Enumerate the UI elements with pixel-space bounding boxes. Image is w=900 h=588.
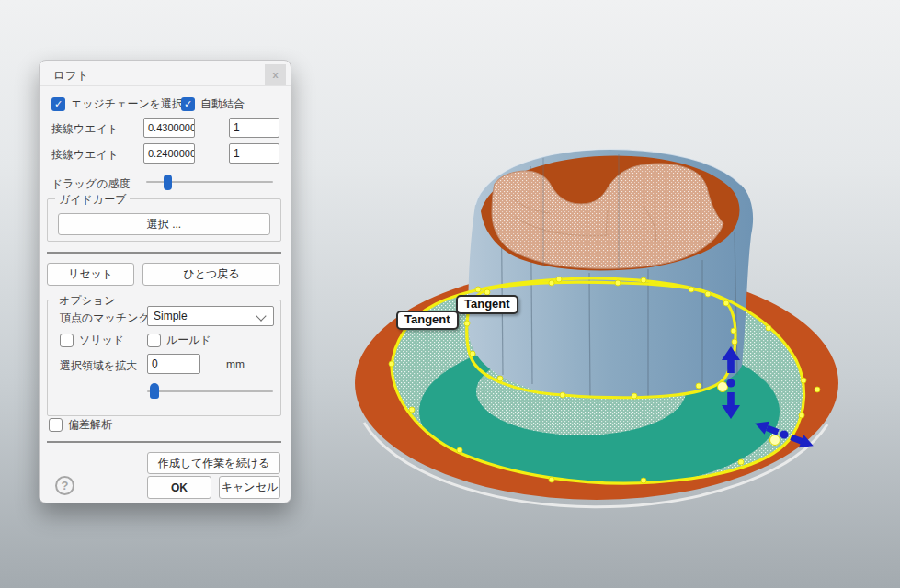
- section-divider: [47, 252, 281, 254]
- undo-one-button[interactable]: ひとつ戻る: [142, 263, 280, 286]
- tangent-label-1: Tangent: [396, 311, 459, 330]
- ruled-checkbox[interactable]: ルールド: [147, 333, 211, 347]
- checkbox-unchecked-icon[interactable]: [49, 418, 63, 432]
- options-group-label: オプション: [55, 293, 119, 309]
- expand-selection-input[interactable]: 0: [147, 354, 200, 374]
- cancel-button[interactable]: キャンセル: [219, 476, 280, 499]
- drag-sensitivity-label: ドラッグの感度: [51, 176, 130, 192]
- edge-chain-label: エッジチェーンを選択: [71, 96, 183, 112]
- guide-curve-group-label: ガイドカーブ: [55, 192, 130, 208]
- tangent-label-2: Tangent: [456, 295, 518, 314]
- tangent-weight-label-1: 接線ウエイト: [51, 121, 119, 137]
- auto-join-label: 自動結合: [200, 96, 245, 112]
- reset-button[interactable]: リセット: [47, 263, 134, 286]
- guide-curve-select-button[interactable]: 選択 ...: [58, 213, 270, 235]
- edge-chain-checkbox[interactable]: ✓ エッジチェーンを選択: [51, 96, 183, 111]
- expand-selection-thumb[interactable]: [150, 383, 159, 399]
- tangent-factor-input-1[interactable]: 1: [229, 118, 279, 138]
- expand-selection-unit: mm: [226, 358, 245, 371]
- auto-join-checkbox[interactable]: ✓ 自動結合: [181, 96, 245, 111]
- vertex-matching-value: Simple: [154, 310, 188, 322]
- checkbox-unchecked-icon[interactable]: [147, 334, 161, 347]
- solid-label: ソリッド: [79, 333, 124, 348]
- expand-selection-label: 選択領域を拡大: [60, 358, 137, 374]
- close-icon[interactable]: x: [265, 64, 286, 85]
- drag-sensitivity-thumb[interactable]: [164, 175, 172, 190]
- loft-dialog: ロフト x ✓ エッジチェーンを選択 ✓ 自動結合 接線ウエイト 0.43000…: [39, 60, 291, 503]
- vertex-matching-dropdown[interactable]: Simple: [147, 306, 274, 326]
- solid-checkbox[interactable]: ソリッド: [60, 333, 124, 347]
- tangent-factor-input-2[interactable]: 1: [229, 143, 279, 164]
- dialog-title: ロフト: [53, 68, 88, 84]
- help-icon[interactable]: ?: [55, 476, 74, 495]
- footer-divider: [47, 441, 281, 443]
- tangent-weight-input-2[interactable]: 0.2400000: [143, 143, 195, 164]
- checkbox-checked-icon[interactable]: ✓: [181, 97, 195, 111]
- ruled-label: ルールド: [166, 333, 211, 348]
- deviation-analysis-checkbox[interactable]: 偏差解析: [49, 417, 112, 432]
- chevron-down-icon: [256, 311, 266, 321]
- checkbox-checked-icon[interactable]: ✓: [51, 97, 65, 111]
- expand-selection-track[interactable]: [147, 390, 273, 392]
- tangent-weight-label-2: 接線ウエイト: [51, 147, 119, 163]
- checkbox-unchecked-icon[interactable]: [60, 334, 74, 347]
- ok-button[interactable]: OK: [147, 476, 211, 499]
- title-separator: [40, 85, 291, 86]
- vertex-matching-label: 頂点のマッチング: [60, 311, 150, 326]
- deviation-analysis-label: 偏差解析: [68, 417, 112, 433]
- tangent-weight-input-1[interactable]: 0.4300000: [143, 118, 195, 138]
- create-and-continue-button[interactable]: 作成して作業を続ける: [147, 452, 280, 474]
